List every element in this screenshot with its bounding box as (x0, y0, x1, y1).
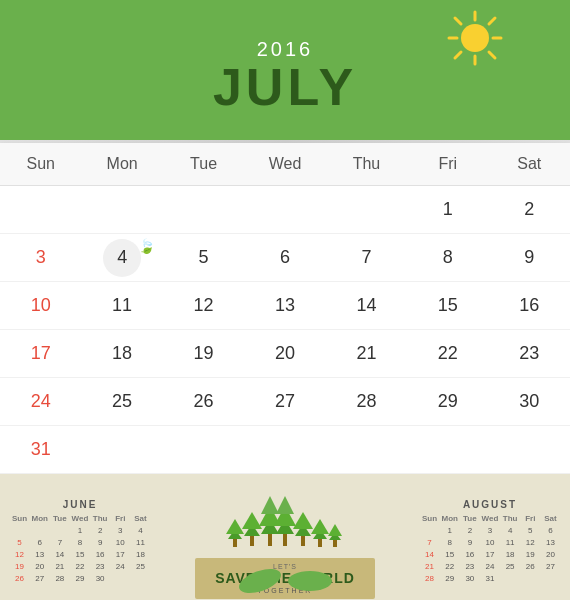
june-mini-calendar: JUNE Sun Mon Tue Wed Thu Fri Sat 1 2 3 4… (10, 499, 150, 584)
svg-point-33 (288, 571, 332, 591)
day-header-tue: Tue (163, 151, 244, 177)
cal-cell-jul16[interactable]: 16 (489, 282, 570, 330)
calendar-week-1: 1 2 (0, 186, 570, 234)
calendar-week-2: 3 4 🍃 5 6 7 8 9 (0, 234, 570, 282)
svg-rect-11 (233, 539, 237, 547)
calendar-header: 2016 JULY (0, 0, 570, 140)
day-header-mon: Mon (81, 151, 162, 177)
cal-cell-jul24[interactable]: 24 (0, 378, 81, 426)
sun-icon (445, 8, 505, 68)
cal-cell-empty (326, 186, 407, 234)
cal-cell-empty (81, 186, 162, 234)
svg-marker-30 (328, 524, 342, 536)
calendar-week-5: 24 25 26 27 28 29 30 (0, 378, 570, 426)
cal-cell-jul1[interactable]: 1 (407, 186, 488, 234)
day-header-wed: Wed (244, 151, 325, 177)
svg-marker-13 (242, 512, 262, 529)
cal-cell-jul28[interactable]: 28 (326, 378, 407, 426)
august-grid: Sun Mon Tue Wed Thu Fri Sat 1 2 3 4 5 6 … (420, 513, 560, 584)
cal-cell-jul26[interactable]: 26 (163, 378, 244, 426)
cal-cell-jul14[interactable]: 14 (326, 282, 407, 330)
svg-line-6 (489, 18, 495, 24)
cal-cell-jul19[interactable]: 19 (163, 330, 244, 378)
month-label: JULY (213, 61, 357, 113)
june-grid: Sun Mon Tue Wed Thu Fri Sat 1 2 3 4 5 6 … (10, 513, 150, 584)
cal-cell-empty (81, 426, 162, 474)
cal-cell-jul8[interactable]: 8 (407, 234, 488, 282)
cal-cell-jul27[interactable]: 27 (244, 378, 325, 426)
trees-container (220, 484, 350, 554)
cal-cell-jul2[interactable]: 2 (489, 186, 570, 234)
day-header-fri: Fri (407, 151, 488, 177)
day-header-sun: Sun (0, 151, 81, 177)
cal-cell-jul12[interactable]: 12 (163, 282, 244, 330)
cal-cell-jul21[interactable]: 21 (326, 330, 407, 378)
leaf-icon-jul4: 🍃 (138, 238, 155, 254)
cal-cell-jul17[interactable]: 17 (0, 330, 81, 378)
august-title: AUGUST (420, 499, 560, 510)
svg-point-8 (461, 24, 489, 52)
svg-line-4 (455, 18, 461, 24)
day-header-thu: Thu (326, 151, 407, 177)
cal-cell-jul7[interactable]: 7 (326, 234, 407, 282)
cal-cell-jul3[interactable]: 3 (0, 234, 81, 282)
calendar-week-6: 31 (0, 426, 570, 474)
cal-cell-empty (489, 426, 570, 474)
cal-cell-empty (163, 186, 244, 234)
day-header-sat: Sat (489, 151, 570, 177)
cal-cell-empty (0, 186, 81, 234)
svg-rect-22 (283, 534, 287, 546)
cal-cell-jul25[interactable]: 25 (81, 378, 162, 426)
cal-cell-empty (407, 426, 488, 474)
cal-cell-jul15[interactable]: 15 (407, 282, 488, 330)
cal-cell-jul4[interactable]: 4 🍃 (81, 234, 162, 282)
trees-svg (220, 484, 350, 554)
cal-cell-jul29[interactable]: 29 (407, 378, 488, 426)
footer-center: LET'S SAVE THE WORLD TOGETHER (150, 482, 420, 600)
cal-cell-jul20[interactable]: 20 (244, 330, 325, 378)
cal-cell-jul23[interactable]: 23 (489, 330, 570, 378)
calendar-week-4: 17 18 19 20 21 22 23 (0, 330, 570, 378)
day-headers-row: Sun Mon Tue Wed Thu Fri Sat (0, 143, 570, 186)
cal-cell-jul6[interactable]: 6 (244, 234, 325, 282)
cal-cell-empty (326, 426, 407, 474)
cal-cell-jul22[interactable]: 22 (407, 330, 488, 378)
svg-line-7 (455, 52, 461, 58)
svg-marker-24 (293, 512, 313, 529)
cal-cell-empty (244, 186, 325, 234)
calendar-week-3: 10 11 12 13 14 15 16 (0, 282, 570, 330)
calendar-footer: JUNE Sun Mon Tue Wed Thu Fri Sat 1 2 3 4… (0, 474, 570, 600)
svg-point-32 (236, 566, 284, 596)
svg-rect-31 (333, 540, 337, 547)
cal-cell-jul30[interactable]: 30 (489, 378, 570, 426)
svg-rect-18 (268, 534, 272, 546)
august-mini-calendar: AUGUST Sun Mon Tue Wed Thu Fri Sat 1 2 3… (420, 499, 560, 584)
svg-marker-27 (311, 519, 329, 534)
cal-cell-empty (163, 426, 244, 474)
cal-cell-jul13[interactable]: 13 (244, 282, 325, 330)
svg-marker-10 (226, 519, 244, 534)
cal-cell-jul5[interactable]: 5 (163, 234, 244, 282)
svg-marker-21 (276, 496, 294, 514)
cal-cell-jul11[interactable]: 11 (81, 282, 162, 330)
svg-rect-25 (301, 536, 305, 546)
june-title: JUNE (10, 499, 150, 510)
calendar-main: Sun Mon Tue Wed Thu Fri Sat 1 2 3 4 🍃 5 … (0, 143, 570, 474)
cal-cell-jul10[interactable]: 10 (0, 282, 81, 330)
cal-cell-jul31[interactable]: 31 (0, 426, 81, 474)
svg-line-5 (489, 52, 495, 58)
cal-cell-jul9[interactable]: 9 (489, 234, 570, 282)
svg-marker-17 (261, 496, 279, 514)
cal-cell-jul18[interactable]: 18 (81, 330, 162, 378)
svg-rect-28 (318, 539, 322, 547)
cal-cell-empty (244, 426, 325, 474)
svg-rect-14 (250, 536, 254, 546)
footer-leaves (235, 566, 335, 596)
